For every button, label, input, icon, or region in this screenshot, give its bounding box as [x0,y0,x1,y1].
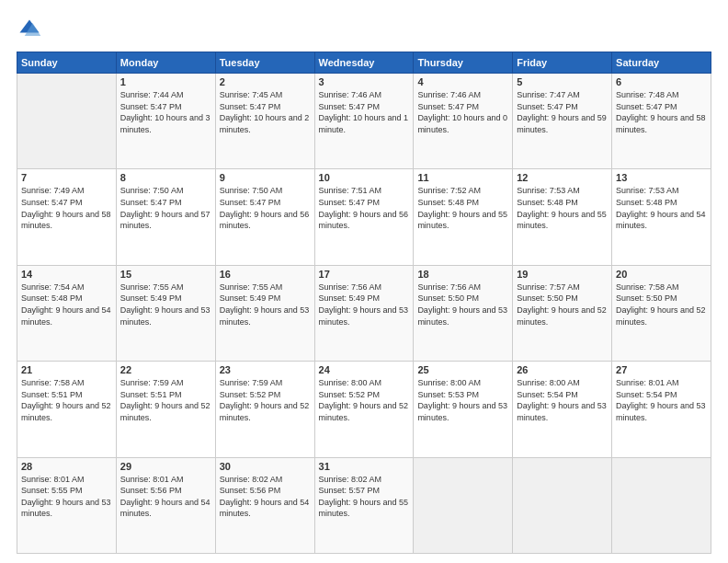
day-info: Sunrise: 7:56 AMSunset: 5:49 PMDaylight:… [319,282,410,327]
calendar-cell: 31Sunrise: 8:02 AMSunset: 5:57 PMDayligh… [314,457,414,553]
day-number: 17 [319,269,410,280]
logo-icon [17,17,42,42]
column-header-wednesday: Wednesday [314,52,414,74]
day-info: Sunrise: 7:53 AMSunset: 5:48 PMDaylight:… [616,185,707,231]
day-info: Sunrise: 8:00 AMSunset: 5:53 PMDaylight:… [417,377,508,423]
day-info: Sunrise: 7:53 AMSunset: 5:48 PMDaylight:… [517,185,608,231]
calendar: SundayMondayTuesdayWednesdayThursdayFrid… [17,52,711,554]
day-number: 18 [417,269,508,280]
calendar-cell: 4Sunrise: 7:46 AMSunset: 5:47 PMDaylight… [414,74,513,169]
column-header-thursday: Thursday [414,52,513,74]
calendar-cell: 19Sunrise: 7:57 AMSunset: 5:50 PMDayligh… [513,265,612,361]
day-info: Sunrise: 7:46 AMSunset: 5:47 PMDaylight:… [417,89,508,135]
column-header-saturday: Saturday [612,52,711,74]
day-info: Sunrise: 7:56 AMSunset: 5:50 PMDaylight:… [417,282,508,327]
day-info: Sunrise: 7:59 AMSunset: 5:52 PMDaylight:… [220,377,311,423]
calendar-cell: 24Sunrise: 8:00 AMSunset: 5:52 PMDayligh… [314,362,414,457]
day-info: Sunrise: 7:58 AMSunset: 5:50 PMDaylight:… [616,282,707,327]
calendar-week-5: 28Sunrise: 8:01 AMSunset: 5:55 PMDayligh… [17,457,711,553]
day-number: 2 [220,76,311,87]
day-number: 14 [21,269,112,280]
day-number: 20 [616,269,707,280]
calendar-cell: 17Sunrise: 7:56 AMSunset: 5:49 PMDayligh… [314,265,414,361]
logo [17,17,46,42]
day-info: Sunrise: 7:45 AMSunset: 5:47 PMDaylight:… [220,89,311,135]
day-info: Sunrise: 7:58 AMSunset: 5:51 PMDaylight:… [21,377,112,423]
calendar-week-2: 7Sunrise: 7:49 AMSunset: 5:47 PMDaylight… [17,169,711,265]
day-number: 19 [517,269,608,280]
day-number: 28 [21,461,112,472]
day-info: Sunrise: 7:49 AMSunset: 5:47 PMDaylight:… [21,185,112,231]
calendar-cell: 1Sunrise: 7:44 AMSunset: 5:47 PMDaylight… [116,74,215,169]
calendar-cell: 8Sunrise: 7:50 AMSunset: 5:47 PMDaylight… [116,169,215,265]
calendar-cell: 25Sunrise: 8:00 AMSunset: 5:53 PMDayligh… [414,362,513,457]
day-info: Sunrise: 7:50 AMSunset: 5:47 PMDaylight:… [120,185,211,231]
day-info: Sunrise: 7:50 AMSunset: 5:47 PMDaylight:… [220,185,311,231]
calendar-cell: 5Sunrise: 7:47 AMSunset: 5:47 PMDaylight… [513,74,612,169]
calendar-week-1: 1Sunrise: 7:44 AMSunset: 5:47 PMDaylight… [17,74,711,169]
day-info: Sunrise: 7:54 AMSunset: 5:48 PMDaylight:… [21,282,112,327]
calendar-cell: 14Sunrise: 7:54 AMSunset: 5:48 PMDayligh… [17,265,117,361]
day-info: Sunrise: 8:02 AMSunset: 5:57 PMDaylight:… [319,474,410,520]
calendar-cell: 12Sunrise: 7:53 AMSunset: 5:48 PMDayligh… [513,169,612,265]
day-number: 8 [120,172,211,183]
day-number: 5 [517,76,608,87]
calendar-cell: 16Sunrise: 7:55 AMSunset: 5:49 PMDayligh… [215,265,314,361]
calendar-week-3: 14Sunrise: 7:54 AMSunset: 5:48 PMDayligh… [17,265,711,361]
day-number: 25 [417,364,508,375]
column-header-monday: Monday [116,52,215,74]
day-info: Sunrise: 8:00 AMSunset: 5:52 PMDaylight:… [319,377,410,423]
column-header-sunday: Sunday [17,52,117,74]
calendar-cell [513,457,612,553]
calendar-cell: 18Sunrise: 7:56 AMSunset: 5:50 PMDayligh… [414,265,513,361]
calendar-cell: 13Sunrise: 7:53 AMSunset: 5:48 PMDayligh… [612,169,711,265]
day-number: 15 [120,269,211,280]
day-info: Sunrise: 8:01 AMSunset: 5:55 PMDaylight:… [21,474,112,520]
calendar-cell: 9Sunrise: 7:50 AMSunset: 5:47 PMDaylight… [215,169,314,265]
day-number: 21 [21,364,112,375]
day-info: Sunrise: 7:46 AMSunset: 5:47 PMDaylight:… [319,89,410,135]
calendar-cell [612,457,711,553]
day-number: 30 [220,461,311,472]
day-number: 4 [417,76,508,87]
calendar-cell: 11Sunrise: 7:52 AMSunset: 5:48 PMDayligh… [414,169,513,265]
day-number: 31 [319,461,410,472]
column-header-tuesday: Tuesday [215,52,314,74]
calendar-cell: 21Sunrise: 7:58 AMSunset: 5:51 PMDayligh… [17,362,117,457]
calendar-cell: 29Sunrise: 8:01 AMSunset: 5:56 PMDayligh… [116,457,215,553]
page: SundayMondayTuesdayWednesdayThursdayFrid… [0,0,728,563]
day-info: Sunrise: 8:02 AMSunset: 5:56 PMDaylight:… [220,474,311,520]
column-header-friday: Friday [513,52,612,74]
day-info: Sunrise: 7:57 AMSunset: 5:50 PMDaylight:… [517,282,608,327]
calendar-cell: 6Sunrise: 7:48 AMSunset: 5:47 PMDaylight… [612,74,711,169]
day-number: 13 [616,172,707,183]
day-info: Sunrise: 7:55 AMSunset: 5:49 PMDaylight:… [120,282,211,327]
calendar-cell: 2Sunrise: 7:45 AMSunset: 5:47 PMDaylight… [215,74,314,169]
calendar-cell [414,457,513,553]
calendar-cell: 20Sunrise: 7:58 AMSunset: 5:50 PMDayligh… [612,265,711,361]
calendar-cell: 26Sunrise: 8:00 AMSunset: 5:54 PMDayligh… [513,362,612,457]
day-number: 6 [616,76,707,87]
day-info: Sunrise: 8:01 AMSunset: 5:54 PMDaylight:… [616,377,707,423]
day-info: Sunrise: 8:00 AMSunset: 5:54 PMDaylight:… [517,377,608,423]
calendar-cell: 3Sunrise: 7:46 AMSunset: 5:47 PMDaylight… [314,74,414,169]
calendar-cell: 23Sunrise: 7:59 AMSunset: 5:52 PMDayligh… [215,362,314,457]
calendar-cell: 22Sunrise: 7:59 AMSunset: 5:51 PMDayligh… [116,362,215,457]
day-info: Sunrise: 8:01 AMSunset: 5:56 PMDaylight:… [120,474,211,520]
day-number: 10 [319,172,410,183]
calendar-header-row: SundayMondayTuesdayWednesdayThursdayFrid… [17,52,711,74]
calendar-cell: 15Sunrise: 7:55 AMSunset: 5:49 PMDayligh… [116,265,215,361]
day-number: 26 [517,364,608,375]
day-number: 22 [120,364,211,375]
day-info: Sunrise: 7:51 AMSunset: 5:47 PMDaylight:… [319,185,410,231]
calendar-cell: 30Sunrise: 8:02 AMSunset: 5:56 PMDayligh… [215,457,314,553]
day-number: 11 [417,172,508,183]
calendar-cell [17,74,117,169]
day-number: 3 [319,76,410,87]
day-number: 7 [21,172,112,183]
day-number: 16 [220,269,311,280]
day-info: Sunrise: 7:52 AMSunset: 5:48 PMDaylight:… [417,185,508,231]
day-number: 9 [220,172,311,183]
day-number: 27 [616,364,707,375]
calendar-cell: 28Sunrise: 8:01 AMSunset: 5:55 PMDayligh… [17,457,117,553]
